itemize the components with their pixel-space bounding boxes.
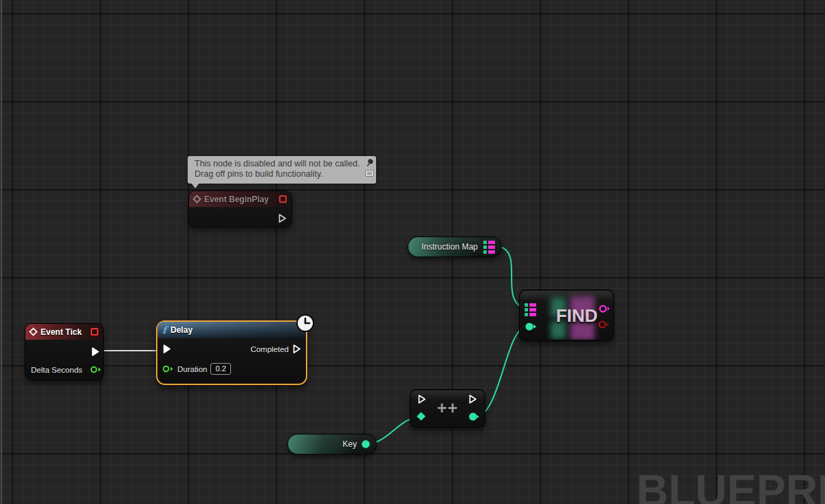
disabled-node-tooltip: This node is disabled and will not be ca… <box>188 156 376 184</box>
duration-value-input[interactable]: 0.2 <box>210 363 230 375</box>
exec-pin-icon <box>91 347 100 357</box>
value-output-pin[interactable] <box>598 304 610 314</box>
result-output-pin[interactable] <box>468 412 479 421</box>
exec-pin-icon <box>278 213 287 223</box>
completed-pin-row[interactable]: Completed <box>250 344 302 354</box>
duration-pin-row[interactable]: Duration 0.2 <box>162 363 231 375</box>
map-output-pin[interactable] <box>483 241 495 254</box>
bool-output-pin[interactable] <box>597 320 610 329</box>
key-input-pin[interactable] <box>525 322 537 331</box>
node-map-find[interactable]: FIND <box>519 289 614 341</box>
node-header[interactable]: Event BeginPlay <box>189 191 292 207</box>
tooltip-expand-icon <box>365 170 374 177</box>
pin-label: Duration <box>177 365 207 373</box>
latent-clock-icon <box>296 314 314 332</box>
node-title: Event BeginPlay <box>204 195 269 204</box>
exec-output-pin[interactable] <box>468 394 478 404</box>
event-icon <box>29 327 38 336</box>
pin-label: Delta Seconds <box>31 366 82 374</box>
exec-pin-icon <box>292 344 302 354</box>
variable-label: Key <box>342 439 357 449</box>
node-header[interactable]: Event Tick <box>25 324 103 340</box>
float-pin-icon[interactable] <box>90 365 102 374</box>
node-instruction-map-getter[interactable]: Instruction Map <box>408 237 502 257</box>
exec-output-pin[interactable] <box>278 213 287 223</box>
node-title: Delay <box>170 325 192 335</box>
tooltip-line-1: This node is disabled and will not be ca… <box>195 159 361 169</box>
exec-input-pin[interactable] <box>162 344 172 354</box>
tooltip-line-2: Drag off pins to build functionality. <box>195 169 361 179</box>
blueprint-graph-canvas[interactable]: BLUEPRINT This node is disabled and will… <box>0 0 825 504</box>
map-input-pin[interactable] <box>525 303 536 316</box>
pushpin-icon <box>365 158 374 168</box>
key-output-pin[interactable] <box>361 439 371 449</box>
exec-pin-icon <box>162 344 172 354</box>
float-pin-icon[interactable] <box>162 364 174 373</box>
node-event-tick[interactable]: Event Tick Delta Seconds <box>25 323 104 380</box>
node-key-getter[interactable]: Key <box>287 434 377 454</box>
variable-label: Instruction Map <box>408 242 478 252</box>
event-icon <box>192 195 201 204</box>
pin-label: Completed <box>250 345 289 353</box>
node-delay[interactable]: f Delay Completed Duration 0.2 <box>156 320 307 385</box>
exec-output-pin[interactable] <box>91 347 100 357</box>
node-header[interactable]: f Delay <box>157 322 306 338</box>
delegate-pin[interactable] <box>279 195 287 203</box>
node-event-beginplay[interactable]: Event BeginPlay <box>188 190 292 228</box>
delegate-pin[interactable] <box>91 328 98 336</box>
delta-seconds-pin-row[interactable]: Delta Seconds <box>31 365 102 374</box>
function-icon: f <box>162 325 166 335</box>
node-increment-int[interactable]: ++ <box>410 389 485 428</box>
tooltip-tail <box>191 183 199 188</box>
exec-input-pin[interactable] <box>417 394 427 404</box>
node-title: Event Tick <box>41 327 82 337</box>
